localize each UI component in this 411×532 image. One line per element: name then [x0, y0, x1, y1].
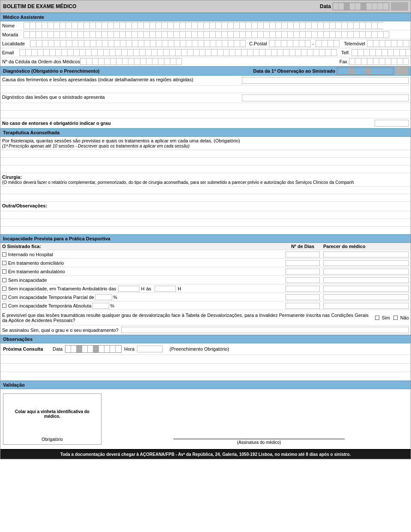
- obs-date-grid[interactable]: [65, 345, 122, 353]
- cedula-grid[interactable]: for(var i=0;i<16;i++) document.write('<d…: [80, 58, 182, 65]
- entorse-input[interactable]: [375, 120, 409, 127]
- observacoes-header: Observações: [0, 335, 411, 343]
- data-label: Data: [320, 3, 331, 9]
- sem-incap-parecer[interactable]: [323, 277, 409, 283]
- obs-line3: [0, 372, 411, 381]
- cb-sim[interactable]: [375, 316, 379, 320]
- causa-input[interactable]: [242, 77, 409, 84]
- cpostal-grid[interactable]: for(var i=0;i<6;i++) document.write('<di…: [269, 40, 311, 47]
- cirurgia-label: Cirurgia:: [2, 174, 22, 180]
- date-cell-d1: [333, 3, 339, 10]
- cb-internado[interactable]: [2, 252, 6, 257]
- hora1-input[interactable]: [118, 286, 140, 292]
- validacao-content: Colar aqui a vinheta identificativa do m…: [0, 389, 411, 449]
- dg-a1: [371, 68, 376, 74]
- parcial-parecer[interactable]: [323, 294, 409, 300]
- parcial-pct-input[interactable]: [95, 294, 112, 300]
- cb-parcial[interactable]: [2, 295, 6, 299]
- telemovel-grid[interactable]: for(var i=0;i<9;i++) document.write('<di…: [367, 40, 411, 47]
- absoluta-parecer[interactable]: [323, 303, 409, 309]
- cb-ambulatorio[interactable]: [2, 269, 6, 274]
- internado-parecer[interactable]: [323, 251, 409, 257]
- ambulatorio-dias[interactable]: [286, 269, 320, 275]
- footer-bar: Toda a documentação deverá chegar à AÇOR…: [0, 449, 411, 459]
- telf-label: Telf.: [341, 50, 350, 55]
- obs-m1[interactable]: [82, 346, 88, 352]
- diag-grey-box: [395, 67, 408, 75]
- obs-a4[interactable]: [116, 346, 121, 352]
- h1-label: H: [141, 286, 145, 291]
- absoluta-pct-label: %: [110, 303, 114, 308]
- validacao-header: Validação: [0, 381, 411, 389]
- hora-input[interactable]: [137, 346, 163, 352]
- diag-date-grid: [337, 67, 393, 75]
- cb-nao[interactable]: [393, 316, 398, 320]
- domicilio-parecer[interactable]: [323, 260, 409, 266]
- header-grey-box: [391, 2, 408, 11]
- outra-label: Outra/Observações:: [2, 203, 47, 208]
- telemovel-label: Telemóvel: [344, 41, 365, 46]
- dg-a3: [382, 68, 387, 74]
- nome-grid[interactable]: for(var i=0;i<60;i++) document.write('<d…: [24, 22, 409, 29]
- domicilio-label: Em tratamento domiciliário: [8, 260, 64, 266]
- obs-d1[interactable]: [66, 346, 71, 352]
- nao-label: Não: [400, 315, 409, 320]
- fisio-line1: [0, 150, 411, 158]
- hora2-input[interactable]: [155, 286, 176, 292]
- parcial-dias[interactable]: [286, 294, 320, 300]
- date-cell-m2: [355, 3, 361, 10]
- dash-sep: -: [313, 41, 314, 46]
- fax-grid[interactable]: for(var i=0;i<9;i++) document.write('<di…: [349, 58, 409, 65]
- obs-a3[interactable]: [110, 346, 116, 352]
- cb-sem-incap[interactable]: [2, 278, 6, 282]
- sem-incap-amb-dias[interactable]: [286, 286, 320, 292]
- localidade-grid[interactable]: for(var i=0;i<35;i++) document.write('<d…: [30, 40, 246, 47]
- cedula-label: Nº da Cédula da Ordem dos Médicos: [2, 59, 80, 64]
- obs-a1[interactable]: [99, 346, 104, 352]
- dignostico-label: Dignóstico das lesões que o sinistrado a…: [2, 95, 240, 100]
- morada-grid[interactable]: for(var i=0;i<60;i++) document.write('<d…: [24, 31, 409, 38]
- parcial-pct-label: %: [113, 295, 117, 300]
- nrdias-col-header: Nº de Dias: [286, 244, 320, 249]
- sem-incap-amb-parecer[interactable]: [323, 286, 409, 292]
- header-date-grid: [333, 3, 389, 10]
- date-cell-a3: [378, 3, 383, 10]
- sem-incap-dias[interactable]: [286, 277, 320, 283]
- cb-sem-incap-amb[interactable]: [2, 287, 6, 291]
- sig-area: (Assinatura do médico): [101, 439, 408, 445]
- domicilio-dias[interactable]: [286, 260, 320, 266]
- causa-line2: [0, 86, 411, 93]
- obs-line2: [0, 364, 411, 372]
- incapacidade-header: Incapacidade Prevista para a Prática Des…: [0, 234, 411, 243]
- obs-d2[interactable]: [71, 346, 77, 352]
- fisio-line3: [0, 166, 411, 173]
- medico-section-header: Médico Assistente: [0, 13, 411, 21]
- ambulatorio-parecer[interactable]: [323, 269, 409, 275]
- cb-domicilio[interactable]: [2, 261, 6, 265]
- dignostico-input[interactable]: [242, 95, 409, 101]
- cpostal-grid2[interactable]: for(var i=0;i<3;i++) document.write('<di…: [316, 40, 340, 47]
- obs-sep2: [93, 346, 99, 352]
- sig-line: [173, 439, 345, 439]
- dg-m2: [360, 68, 365, 74]
- causa-label: Causa dos ferimentos e lesões apresentad…: [2, 77, 240, 82]
- dg-a4: [387, 68, 393, 74]
- obs-m2[interactable]: [88, 346, 93, 352]
- email-grid[interactable]: for(var i=0;i<52;i++) document.write('<d…: [19, 49, 337, 56]
- date-cell-a1: [366, 3, 372, 10]
- obs-line1: [0, 355, 411, 364]
- fisio-sub: (1ª Prescrição apenas até 10 sessões - D…: [2, 144, 190, 148]
- enquadramento-input[interactable]: [121, 327, 409, 333]
- internado-dias[interactable]: [286, 251, 320, 257]
- cb-absoluta[interactable]: [2, 304, 6, 308]
- fisio-label: Por fisioterapia, quantas sessões são pr…: [2, 138, 240, 143]
- telf-grid[interactable]: for(var i=0;i<9;i++) document.write('<di…: [351, 49, 411, 56]
- terapeutica-header: Terapêutica Aconselhada: [0, 128, 411, 137]
- h2-label: H: [178, 286, 181, 291]
- data1obs-label: Data da 1ª Observação ao Sinistrado: [253, 68, 335, 74]
- cirurgia-text: (O médico deverá fazer o relatório compl…: [2, 180, 354, 185]
- absoluta-dias[interactable]: [286, 303, 320, 309]
- obs-a2[interactable]: [104, 346, 110, 352]
- absoluta-pct-input[interactable]: [92, 303, 109, 309]
- date-cell-a4: [383, 3, 389, 10]
